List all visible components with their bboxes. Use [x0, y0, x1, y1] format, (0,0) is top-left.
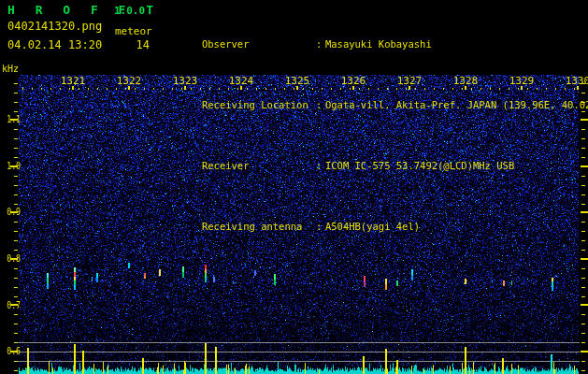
time-major-tick: [296, 86, 298, 90]
freq-minor-tick-right: [581, 250, 585, 251]
time-major-tick: [577, 86, 579, 90]
time-minor-tick: [181, 88, 182, 90]
time-minor-tick: [359, 88, 360, 90]
time-minor-tick: [107, 88, 108, 90]
freq-tick-label: 0.7: [4, 300, 21, 310]
time-minor-tick: [116, 88, 117, 90]
freq-minor-tick-left: [14, 324, 18, 324]
time-minor-tick: [303, 88, 304, 90]
time-minor-tick: [294, 88, 294, 90]
freq-minor-tick-left: [14, 204, 18, 205]
time-minor-tick: [518, 88, 519, 90]
time-minor-tick: [144, 88, 145, 90]
time-minor-tick: [312, 88, 313, 90]
freq-tick-label: 1.1: [4, 114, 21, 124]
time-minor-tick: [350, 88, 351, 90]
freq-minor-tick-left: [14, 240, 18, 241]
freq-minor-tick-right: [581, 194, 585, 195]
freq-minor-tick-right: [581, 148, 585, 149]
time-minor-tick: [256, 88, 257, 90]
freq-minor-tick-left: [14, 296, 18, 297]
freq-minor-tick-right: [581, 185, 585, 186]
observation-mode-label: meteor: [115, 25, 152, 37]
time-tick-label: 1330: [564, 75, 588, 87]
time-minor-tick: [284, 88, 285, 90]
freq-minor-tick-right: [581, 287, 585, 288]
freq-minor-tick-left: [14, 278, 18, 279]
time-minor-tick: [574, 88, 575, 90]
freq-minor-tick-right: [581, 296, 585, 297]
time-minor-tick: [219, 88, 220, 90]
freq-minor-tick-left: [14, 176, 18, 177]
time-minor-tick: [424, 88, 425, 90]
time-minor-tick: [172, 88, 173, 90]
freq-minor-tick-right: [581, 240, 585, 241]
freq-minor-tick-left: [14, 333, 18, 334]
time-minor-tick: [41, 88, 42, 90]
time-major-tick: [128, 86, 130, 90]
freq-minor-tick-right: [581, 231, 585, 232]
freq-minor-tick-left: [14, 157, 18, 158]
time-major-tick: [72, 86, 74, 90]
freq-minor-tick-left: [14, 194, 18, 195]
time-minor-tick: [527, 88, 528, 90]
echo-count: 14: [123, 38, 150, 51]
station-separator: :: [316, 38, 325, 50]
time-minor-tick: [88, 88, 89, 90]
time-minor-tick: [322, 88, 323, 90]
freq-minor-tick-right: [581, 111, 585, 112]
time-minor-tick: [97, 88, 98, 90]
capture-datetime: 04.02.14 13:20: [7, 38, 102, 51]
freq-minor-tick-left: [14, 342, 18, 343]
freq-minor-tick-left: [14, 83, 18, 84]
time-minor-tick: [237, 88, 238, 90]
capture-filename: 0402141320.png: [7, 20, 102, 33]
freq-major-tick-right: [581, 165, 588, 167]
freq-minor-tick-right: [581, 129, 585, 130]
time-major-tick: [352, 86, 354, 90]
freq-minor-tick-left: [14, 111, 18, 112]
time-major-tick: [409, 86, 410, 90]
time-minor-tick: [153, 88, 154, 90]
time-minor-tick: [378, 88, 379, 90]
freq-major-tick-right: [581, 304, 588, 306]
time-minor-tick: [50, 88, 51, 90]
time-minor-tick: [462, 88, 463, 90]
time-major-tick: [240, 86, 242, 90]
freq-minor-tick-right: [581, 93, 585, 94]
freq-minor-tick-right: [581, 370, 585, 371]
time-minor-tick: [275, 88, 276, 90]
time-minor-tick: [200, 88, 201, 90]
freq-major-tick-right: [581, 351, 588, 352]
freq-major-tick-right: [581, 211, 588, 213]
station-label: Receiver: [202, 160, 316, 172]
time-minor-tick: [434, 88, 435, 90]
freq-major-tick-right: [581, 258, 588, 260]
freq-minor-tick-left: [14, 314, 18, 315]
station-row-location: Receiving Location:Ogata-vill. Akita-Pre…: [166, 87, 588, 123]
time-minor-tick: [555, 88, 556, 90]
freq-minor-tick-right: [581, 314, 585, 315]
station-label: Receiving antenna: [202, 221, 316, 233]
app-version: 1.0.0: [114, 5, 145, 17]
time-minor-tick: [406, 88, 407, 90]
freq-tick-label: 0.8: [4, 253, 21, 264]
freq-minor-tick-left: [14, 287, 18, 288]
time-minor-tick: [209, 88, 210, 90]
freq-minor-tick-right: [581, 222, 585, 223]
time-minor-tick: [22, 88, 23, 90]
freq-minor-tick-right: [581, 278, 585, 279]
station-value: A504HB(yagi 4el): [325, 221, 420, 232]
freq-minor-tick-right: [581, 268, 585, 269]
time-minor-tick: [452, 88, 453, 90]
time-minor-tick: [415, 88, 416, 90]
station-row-antenna: Receiving antenna:A504HB(yagi 4el): [166, 209, 588, 245]
freq-minor-tick-left: [14, 93, 18, 94]
freq-minor-tick-left: [14, 129, 18, 130]
freq-minor-tick-left: [14, 148, 18, 149]
freq-minor-tick-right: [581, 342, 585, 343]
time-minor-tick: [499, 88, 500, 90]
time-minor-tick: [60, 88, 61, 90]
time-minor-tick: [480, 88, 481, 90]
freq-minor-tick-right: [581, 138, 585, 139]
